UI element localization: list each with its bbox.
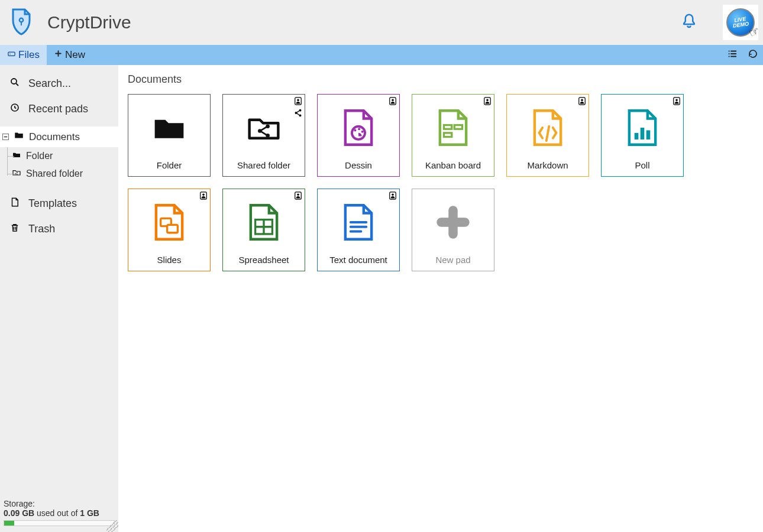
drive-icon [7, 49, 16, 61]
shared-folder-icon [12, 168, 21, 180]
live-demo-badge-icon: LIVE DEMO ☞ [726, 8, 755, 37]
person-badge-icon [483, 97, 492, 108]
folder-open-icon [14, 130, 24, 144]
svg-point-23 [358, 128, 360, 130]
grid-item-label: Folder [154, 160, 185, 170]
tree-child-shared-folder-label: Shared folder [26, 168, 83, 179]
toolbar: Files New [0, 45, 763, 65]
grid-item-label: New pad [433, 255, 473, 265]
dessin-icon [318, 95, 399, 160]
markdown-icon [507, 95, 589, 160]
grid-item[interactable]: Markdown [506, 94, 589, 177]
grid-item[interactable]: Dessin [317, 94, 400, 177]
svg-point-9 [729, 50, 730, 51]
text-icon [318, 189, 399, 255]
storage-info: Storage: 0.09 GB used out of 1 GB [0, 495, 118, 532]
new-button-label: New [65, 49, 85, 61]
grid-item[interactable]: Text document [317, 189, 400, 271]
search-label: Search... [28, 77, 71, 90]
grid-item-label: Markdown [525, 160, 570, 170]
svg-point-11 [729, 56, 730, 57]
grid-item-label: Spreadsheet [236, 255, 291, 265]
storage-bar [4, 520, 115, 526]
app-header: CryptDrive LIVE DEMO ☞ [0, 0, 763, 45]
grid-item[interactable]: Spreadsheet [222, 189, 305, 271]
tree-child-folder-label: Folder [26, 151, 53, 161]
item-badges [389, 192, 397, 202]
new-button[interactable]: New [47, 45, 92, 65]
storage-label: Storage: [4, 499, 115, 508]
app-title: CryptDrive [47, 12, 131, 33]
list-icon [728, 48, 738, 62]
svg-rect-25 [444, 125, 452, 129]
svg-point-16 [15, 173, 16, 174]
person-badge-icon [389, 97, 397, 108]
item-badges [294, 97, 302, 119]
templates-label: Templates [28, 197, 77, 210]
tree-child-folder[interactable]: Folder [12, 147, 118, 165]
grid-item-label: Poll [632, 160, 652, 170]
list-view-button[interactable] [723, 45, 743, 65]
collapse-icon [2, 134, 9, 140]
item-badges [483, 97, 492, 108]
svg-point-24 [361, 130, 364, 132]
svg-rect-27 [444, 132, 452, 137]
breadcrumb[interactable]: Documents [128, 73, 754, 86]
item-badges [578, 97, 586, 108]
person-badge-icon [389, 192, 397, 202]
svg-rect-29 [641, 128, 645, 140]
grid-item[interactable]: Kanban board [412, 94, 494, 177]
tree-child-shared-folder[interactable]: Shared folder [12, 165, 118, 183]
recent-pads-button[interactable]: Recent pads [0, 96, 118, 122]
svg-point-10 [729, 53, 730, 54]
grid-item-label: Text document [327, 255, 390, 265]
search-icon [9, 77, 20, 90]
files-tab[interactable]: Files [0, 45, 47, 65]
grid-item[interactable]: Poll [601, 94, 684, 177]
slides-icon [128, 189, 210, 255]
grid-item[interactable]: Folder [128, 94, 211, 177]
folder-icon [12, 150, 21, 162]
person-badge-icon [578, 97, 586, 108]
svg-point-15 [17, 172, 18, 173]
search-button[interactable]: Search... [0, 71, 118, 96]
user-avatar-button[interactable]: LIVE DEMO ☞ [723, 5, 758, 40]
trash-button[interactable]: Trash [0, 216, 118, 242]
svg-rect-30 [646, 130, 651, 140]
share-badge-icon [294, 109, 302, 119]
storage-used-line: 0.09 GB used out of 1 GB [4, 508, 115, 518]
history-button[interactable] [743, 45, 763, 65]
notifications-button[interactable] [677, 10, 701, 35]
storage-fill [4, 521, 14, 525]
grid-item-label: Dessin [342, 160, 374, 170]
recent-pads-label: Recent pads [28, 103, 88, 115]
main-area: Documents FolderShared folderDessinKanba… [118, 65, 763, 532]
person-badge-icon [294, 192, 302, 202]
template-icon [9, 197, 20, 210]
history-icon [748, 48, 758, 62]
item-badges [199, 192, 208, 202]
svg-rect-6 [21, 21, 22, 25]
grid-item[interactable]: Slides [128, 189, 211, 271]
grid-item[interactable]: Shared folder [222, 94, 305, 177]
svg-rect-26 [454, 125, 462, 129]
svg-point-12 [11, 79, 17, 84]
poll-icon [602, 95, 683, 160]
new-pad-button[interactable]: New pad [412, 189, 494, 271]
item-badges [673, 97, 681, 108]
trash-label: Trash [28, 223, 55, 235]
person-badge-icon [294, 97, 302, 108]
spreadsheet-icon [223, 189, 305, 255]
items-grid: FolderShared folderDessinKanban boardMar… [128, 94, 754, 271]
plus-icon [412, 189, 494, 255]
tree-root-label: Documents [29, 131, 80, 143]
tree-root-documents[interactable]: Documents [0, 126, 118, 147]
svg-point-17 [17, 174, 18, 176]
templates-button[interactable]: Templates [0, 191, 118, 216]
clock-icon [9, 102, 20, 116]
item-badges [294, 192, 302, 202]
svg-point-8 [9, 53, 11, 54]
sidebar-resize-handle[interactable] [106, 520, 118, 532]
svg-rect-32 [167, 225, 178, 232]
grid-item-label: Shared folder [235, 160, 293, 170]
